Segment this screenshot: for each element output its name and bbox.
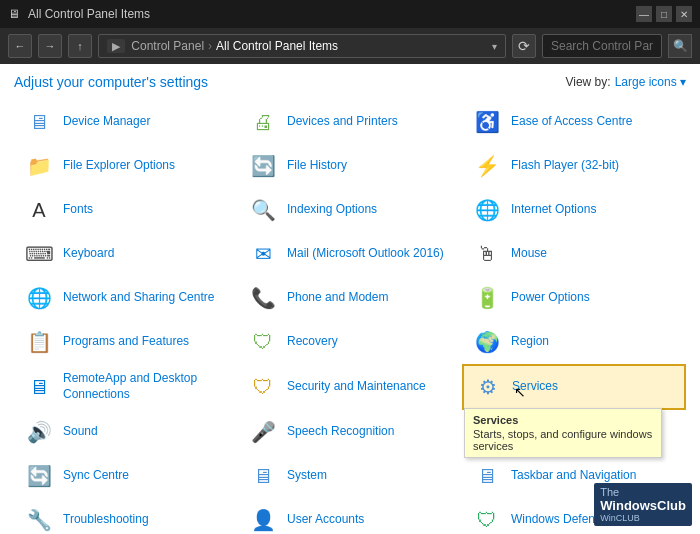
- icon-remoteapp: 🖥: [23, 371, 55, 403]
- icon-flash-player: ⚡: [471, 150, 503, 182]
- grid-item-mail[interactable]: ✉Mail (Microsoft Outlook 2016): [238, 232, 462, 276]
- watermark: The WindowsClub WinCLUB: [594, 483, 692, 526]
- grid-item-fonts[interactable]: AFonts: [14, 188, 238, 232]
- icon-region: 🌍: [471, 326, 503, 358]
- icon-file-history: 🔄: [247, 150, 279, 182]
- icon-fonts: A: [23, 194, 55, 226]
- address-bar: ← → ↑ ▶ Control Panel › All Control Pane…: [0, 28, 700, 64]
- label-troubleshoot[interactable]: Troubleshooting: [63, 512, 149, 528]
- label-region[interactable]: Region: [511, 334, 549, 350]
- breadcrumb-part1[interactable]: ▶ Control Panel: [107, 39, 204, 53]
- up-button[interactable]: ↑: [68, 34, 92, 58]
- icon-indexing: 🔍: [247, 194, 279, 226]
- label-security[interactable]: Security and Maintenance: [287, 379, 426, 395]
- watermark-sub: WinCLUB: [600, 513, 686, 523]
- refresh-button[interactable]: ⟳: [512, 34, 536, 58]
- grid-item-speech[interactable]: 🎤Speech Recognition: [238, 410, 462, 454]
- label-fonts[interactable]: Fonts: [63, 202, 93, 218]
- grid-item-phone-modem[interactable]: 📞Phone and Modem: [238, 276, 462, 320]
- label-keyboard[interactable]: Keyboard: [63, 246, 114, 262]
- maximize-button[interactable]: □: [656, 6, 672, 22]
- label-mail[interactable]: Mail (Microsoft Outlook 2016): [287, 246, 444, 262]
- icon-power: 🔋: [471, 282, 503, 314]
- grid-item-region[interactable]: 🌍Region: [462, 320, 686, 364]
- grid-item-recovery[interactable]: 🛡Recovery: [238, 320, 462, 364]
- title-bar-title: All Control Panel Items: [28, 7, 636, 21]
- label-file-explorer[interactable]: File Explorer Options: [63, 158, 175, 174]
- icon-devices-printers: 🖨: [247, 106, 279, 138]
- grid-item-indexing[interactable]: 🔍Indexing Options: [238, 188, 462, 232]
- breadcrumb-sep: ›: [208, 39, 212, 53]
- label-sound[interactable]: Sound: [63, 424, 98, 440]
- label-system[interactable]: System: [287, 468, 327, 484]
- grid-item-power[interactable]: 🔋Power Options: [462, 276, 686, 320]
- icon-recovery: 🛡: [247, 326, 279, 358]
- label-file-history[interactable]: File History: [287, 158, 347, 174]
- breadcrumb-arrow[interactable]: ▾: [492, 41, 497, 52]
- grid-item-device-manager[interactable]: 🖥Device Manager: [14, 100, 238, 144]
- icon-keyboard: ⌨: [23, 238, 55, 270]
- header-row: Adjust your computer's settings View by:…: [14, 74, 686, 90]
- grid-item-ease-access[interactable]: ♿Ease of Access Centre: [462, 100, 686, 144]
- icon-taskbar: 🖥: [471, 460, 503, 492]
- label-remoteapp[interactable]: RemoteApp and Desktop Connections: [63, 371, 229, 402]
- forward-button[interactable]: →: [38, 34, 62, 58]
- close-button[interactable]: ✕: [676, 6, 692, 22]
- grid-item-flash-player[interactable]: ⚡Flash Player (32-bit): [462, 144, 686, 188]
- label-user-accounts[interactable]: User Accounts: [287, 512, 364, 528]
- label-programs[interactable]: Programs and Features: [63, 334, 189, 350]
- grid-item-programs[interactable]: 📋Programs and Features: [14, 320, 238, 364]
- label-devices-printers[interactable]: Devices and Printers: [287, 114, 398, 130]
- grid-item-sync[interactable]: 🔄Sync Centre: [14, 454, 238, 498]
- label-network[interactable]: Network and Sharing Centre: [63, 290, 214, 306]
- grid-item-file-history[interactable]: 🔄File History: [238, 144, 462, 188]
- grid-item-remoteapp[interactable]: 🖥RemoteApp and Desktop Connections: [14, 364, 238, 410]
- search-button[interactable]: 🔍: [668, 34, 692, 58]
- icon-network: 🌐: [23, 282, 55, 314]
- label-taskbar[interactable]: Taskbar and Navigation: [511, 468, 636, 484]
- watermark-line1: The: [600, 486, 686, 498]
- search-input[interactable]: [542, 34, 662, 58]
- label-mouse[interactable]: Mouse: [511, 246, 547, 262]
- grid-item-devices-printers[interactable]: 🖨Devices and Printers: [238, 100, 462, 144]
- grid-item-keyboard[interactable]: ⌨Keyboard: [14, 232, 238, 276]
- grid-item-internet[interactable]: 🌐Internet Options: [462, 188, 686, 232]
- label-speech[interactable]: Speech Recognition: [287, 424, 394, 440]
- label-power[interactable]: Power Options: [511, 290, 590, 306]
- label-ease-access[interactable]: Ease of Access Centre: [511, 114, 632, 130]
- grid-item-security[interactable]: 🛡Security and Maintenance: [238, 364, 462, 410]
- grid-item-system[interactable]: 🖥System: [238, 454, 462, 498]
- label-internet[interactable]: Internet Options: [511, 202, 596, 218]
- label-phone-modem[interactable]: Phone and Modem: [287, 290, 388, 306]
- grid-item-troubleshoot[interactable]: 🔧Troubleshooting: [14, 498, 238, 534]
- icon-mouse: 🖱: [471, 238, 503, 270]
- grid-item-services[interactable]: ⚙ServicesServicesStarts, stops, and conf…: [462, 364, 686, 410]
- back-button[interactable]: ←: [8, 34, 32, 58]
- icon-phone-modem: 📞: [247, 282, 279, 314]
- label-recovery[interactable]: Recovery: [287, 334, 338, 350]
- view-by-label: View by:: [565, 75, 610, 89]
- view-by: View by: Large icons ▾: [565, 75, 686, 89]
- page-title: Adjust your computer's settings: [14, 74, 208, 90]
- main-content: Adjust your computer's settings View by:…: [0, 64, 700, 534]
- grid-item-mouse[interactable]: 🖱Mouse: [462, 232, 686, 276]
- label-sync[interactable]: Sync Centre: [63, 468, 129, 484]
- grid-item-sound[interactable]: 🔊Sound: [14, 410, 238, 454]
- icon-services: ⚙: [472, 371, 504, 403]
- grid-item-file-explorer[interactable]: 📁File Explorer Options: [14, 144, 238, 188]
- grid-item-user-accounts[interactable]: 👤User Accounts: [238, 498, 462, 534]
- minimize-button[interactable]: —: [636, 6, 652, 22]
- label-device-manager[interactable]: Device Manager: [63, 114, 150, 130]
- label-flash-player[interactable]: Flash Player (32-bit): [511, 158, 619, 174]
- grid-item-network[interactable]: 🌐Network and Sharing Centre: [14, 276, 238, 320]
- icon-device-manager: 🖥: [23, 106, 55, 138]
- breadcrumb-current: All Control Panel Items: [216, 39, 338, 53]
- label-indexing[interactable]: Indexing Options: [287, 202, 377, 218]
- icon-ease-access: ♿: [471, 106, 503, 138]
- view-by-value[interactable]: Large icons ▾: [615, 75, 686, 89]
- icon-security: 🛡: [247, 371, 279, 403]
- title-bar-icon: 🖥: [8, 7, 22, 21]
- icon-speech: 🎤: [247, 416, 279, 448]
- icon-file-explorer: 📁: [23, 150, 55, 182]
- watermark-line2: WindowsClub: [600, 498, 686, 513]
